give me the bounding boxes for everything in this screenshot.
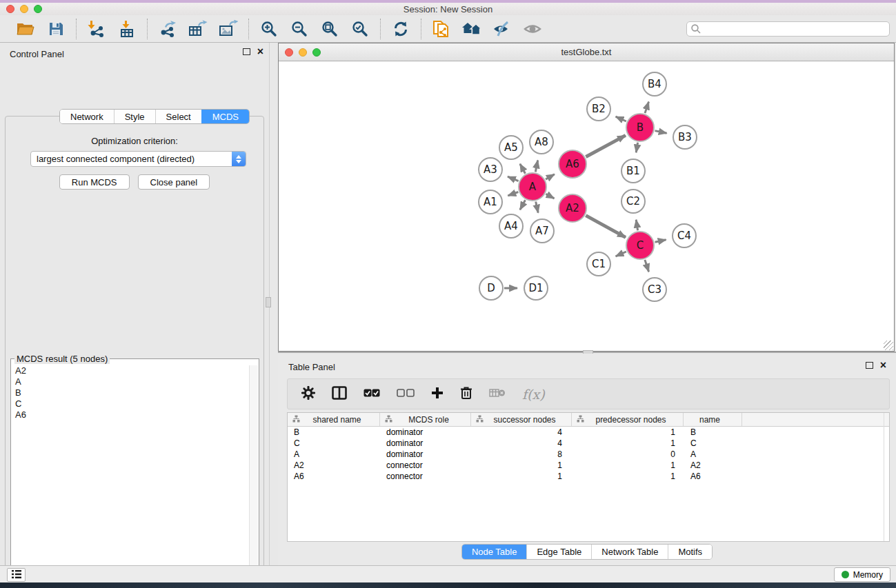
graph-edge-A-A3[interactable] [508, 176, 519, 181]
show-panel-button[interactable] [522, 19, 543, 39]
column-header-shared-name[interactable]: shared name [288, 413, 380, 426]
table-cell[interactable]: A6 [288, 472, 380, 481]
table-cell[interactable]: B [288, 427, 380, 437]
table-cell[interactable]: A [684, 449, 742, 459]
zoom-fit-button[interactable] [319, 19, 340, 39]
tab-mcds[interactable]: MCDS [201, 110, 249, 123]
table-cell[interactable]: dominator [380, 449, 471, 459]
table-cell[interactable]: connector [380, 460, 471, 470]
result-list-item[interactable]: B [12, 387, 249, 398]
table-cell[interactable]: A2 [684, 460, 742, 470]
tab-motifs[interactable]: Motifs [668, 545, 712, 559]
function-builder-button[interactable]: f(x) [522, 387, 545, 402]
float-table-panel-icon[interactable] [866, 362, 873, 369]
refresh-layout-button[interactable] [390, 19, 411, 39]
table-settings-button[interactable] [301, 386, 315, 402]
table-cell[interactable]: 4 [471, 427, 572, 437]
column-header-mcds-role[interactable]: MCDS role [380, 413, 471, 426]
open-session-button[interactable] [15, 19, 36, 39]
tab-network[interactable]: Network [60, 110, 114, 123]
zoom-in-button[interactable] [259, 19, 279, 39]
zoom-out-button[interactable] [289, 19, 310, 39]
export-table-button[interactable] [188, 19, 208, 39]
task-history-button[interactable] [7, 568, 26, 582]
table-row[interactable]: Cdominator41C [288, 438, 889, 449]
table-cell[interactable]: 1 [471, 460, 572, 470]
select-all-button[interactable] [364, 389, 380, 399]
close-panel-icon[interactable]: × [257, 48, 263, 55]
zoom-selected-button[interactable] [350, 19, 370, 39]
graph-edge-A-A1[interactable] [508, 192, 518, 196]
table-cell[interactable]: A6 [684, 472, 742, 481]
result-scrollbar[interactable] [249, 365, 258, 588]
save-session-button[interactable] [46, 19, 66, 39]
graph-edge-A2-C[interactable] [586, 216, 626, 238]
table-cell[interactable]: B [684, 427, 742, 437]
table-cell[interactable]: 8 [471, 449, 572, 459]
hide-panel-button[interactable] [492, 19, 512, 39]
copy-style-button[interactable] [431, 19, 452, 39]
table-cell[interactable]: A [288, 449, 380, 459]
result-list-item[interactable]: A [12, 376, 249, 387]
table-row[interactable]: Bdominator41B [288, 427, 889, 438]
close-panel-button[interactable]: Close panel [138, 174, 210, 190]
table-cell[interactable]: C [684, 438, 742, 448]
result-list-item[interactable]: A6 [12, 409, 249, 420]
table-cell[interactable]: dominator [380, 438, 471, 448]
graph-edge-B-B2[interactable] [616, 116, 626, 121]
tab-style[interactable]: Style [114, 110, 155, 123]
home-networks-button[interactable] [461, 19, 482, 39]
tab-edge-table[interactable]: Edge Table [526, 545, 591, 559]
search-input[interactable] [686, 21, 890, 37]
export-network-button[interactable] [157, 19, 178, 39]
memory-button[interactable]: Memory [834, 567, 890, 582]
table-cell[interactable]: A2 [288, 460, 380, 470]
graph-edge-B-B4[interactable] [645, 102, 649, 114]
table-cell[interactable]: 1 [471, 472, 572, 481]
graph-edge-B-B1[interactable] [636, 143, 637, 153]
table-cell[interactable]: 1 [572, 438, 684, 448]
graph-edge-B-B3[interactable] [655, 131, 667, 134]
export-image-button[interactable] [218, 19, 239, 39]
graph-edge-A6-B[interactable] [586, 135, 626, 156]
tab-network-table[interactable]: Network Table [591, 545, 668, 559]
float-panel-icon[interactable] [243, 48, 250, 55]
column-header-predecessor-nodes[interactable]: predecessor nodes [572, 413, 684, 426]
column-header-name[interactable]: name [684, 413, 742, 426]
result-list-item[interactable]: A2 [12, 365, 249, 376]
table-cell[interactable]: 0 [572, 449, 684, 459]
graph-edge-A-A5[interactable] [520, 164, 526, 174]
show-column-panel-button[interactable] [332, 386, 347, 402]
table-cell[interactable]: 1 [572, 460, 684, 470]
delete-column-button[interactable] [460, 386, 472, 402]
table-row[interactable]: A6connector11A6 [288, 471, 889, 482]
graph-edge-A-A2[interactable] [546, 194, 554, 199]
graph-edge-A-A4[interactable] [520, 200, 526, 210]
add-column-button[interactable] [431, 387, 444, 401]
graph-edge-C-C4[interactable] [655, 240, 666, 243]
table-row[interactable]: Adominator80A [288, 449, 889, 460]
table-cell[interactable]: 1 [572, 427, 684, 437]
table-cell[interactable]: 4 [471, 438, 572, 448]
run-mcds-button[interactable]: Run MCDS [59, 174, 130, 190]
deselect-all-button[interactable] [397, 389, 415, 399]
import-network-button[interactable] [86, 19, 107, 39]
tab-select[interactable]: Select [155, 110, 201, 123]
table-cell[interactable]: C [288, 438, 380, 448]
table-cell[interactable]: 1 [572, 472, 684, 481]
graph-edge-A-A6[interactable] [546, 174, 555, 179]
tab-node-table[interactable]: Node Table [462, 545, 527, 559]
dropdown-stepper[interactable] [232, 152, 246, 166]
close-table-panel-icon[interactable]: × [880, 362, 886, 369]
table-row[interactable]: A2connector11A2 [288, 460, 889, 471]
table-cell[interactable]: dominator [380, 427, 471, 437]
criterion-dropdown[interactable]: largest connected component (directed) [30, 151, 246, 167]
graph-edge-A-A7[interactable] [536, 202, 539, 213]
window-resize-grip[interactable] [884, 341, 893, 350]
graph-edge-C-C1[interactable] [616, 252, 626, 256]
graph-edge-C-C3[interactable] [645, 260, 649, 272]
table-cell[interactable]: connector [380, 472, 471, 481]
result-list-item[interactable]: C [12, 398, 249, 409]
import-table-button[interactable] [117, 19, 137, 39]
network-canvas[interactable]: B4B2BB3A8A5A6A3B1AA1C2A2A4A7C4CC1C3DD1 [279, 61, 894, 351]
